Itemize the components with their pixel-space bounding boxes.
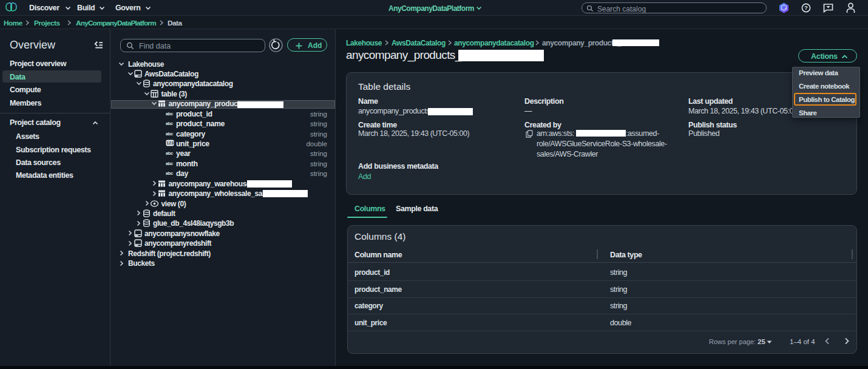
svg-text:?: ? — [804, 4, 808, 11]
svg-text:123: 123 — [166, 141, 174, 145]
svg-text:abc: abc — [166, 151, 173, 157]
svg-text:abc: abc — [166, 171, 173, 177]
svg-text:abc: abc — [166, 161, 173, 166]
svg-text:abc: abc — [166, 131, 173, 137]
svg-text:abc: abc — [166, 121, 173, 126]
svg-text:abc: abc — [166, 111, 173, 117]
